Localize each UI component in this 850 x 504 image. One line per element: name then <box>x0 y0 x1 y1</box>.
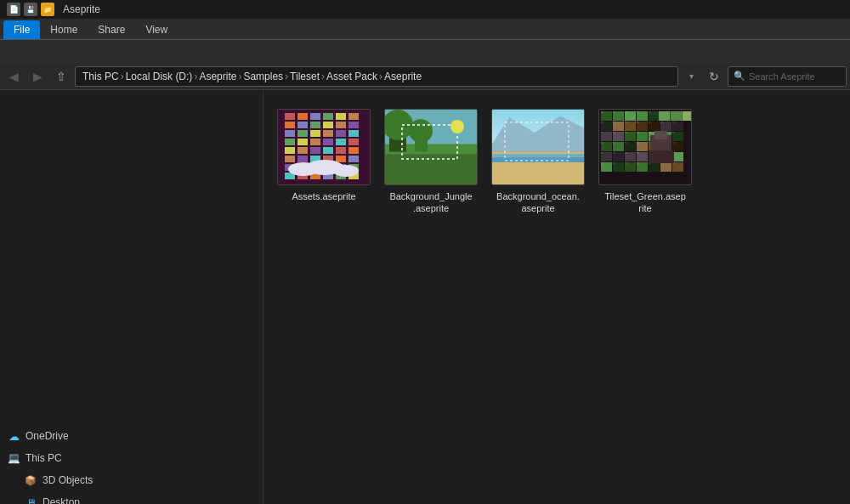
path-aseprite2[interactable]: Aseprite <box>384 71 422 82</box>
tab-home[interactable]: Home <box>40 20 88 39</box>
file-item-assets[interactable]: Assets.aseprite <box>277 104 371 220</box>
filename-ocean: Background_ocean.aseprite <box>496 190 580 215</box>
thumbnail-ocean <box>491 109 585 185</box>
sidebar: ☁ OneDrive 💻 This PC 📦 3D Objects 🖥 Desk… <box>0 90 264 504</box>
main-layout: ☁ OneDrive 💻 This PC 📦 3D Objects 🖥 Desk… <box>0 90 850 504</box>
file-icon: 📄 <box>7 3 20 16</box>
desktop-icon: 🖥 <box>24 496 37 504</box>
onedrive-label: OneDrive <box>26 430 69 442</box>
forward-button[interactable]: ▶ <box>27 66 48 87</box>
up-button[interactable]: ⇧ <box>51 66 71 87</box>
tab-view[interactable]: View <box>135 20 178 39</box>
canvas-assets <box>278 110 371 185</box>
path-localdisk[interactable]: Local Disk (D:) <box>126 71 193 82</box>
filename-tileset: Tileset_Green.aseprite <box>604 190 687 215</box>
save-icon: 💾 <box>24 3 37 16</box>
address-path[interactable]: This PC › Local Disk (D:) › Aseprite › S… <box>75 66 678 87</box>
thispc-label: This PC <box>26 452 62 464</box>
ribbon-commands <box>0 39 850 63</box>
file-item-tileset[interactable]: Tileset_Green.aseprite <box>598 104 692 220</box>
file-item-jungle[interactable]: Background_Jungle.aseprite <box>384 104 478 220</box>
tab-share[interactable]: Share <box>88 20 135 39</box>
folder-icon: 📁 <box>41 3 54 16</box>
filename-jungle: Background_Jungle.aseprite <box>389 190 473 215</box>
path-samples[interactable]: Samples <box>243 71 283 82</box>
ribbon-tabs: File Home Share View <box>0 19 850 39</box>
file-grid: Assets.aseprite Background_Jungle.asepri… <box>277 104 836 220</box>
canvas-ocean <box>492 110 585 185</box>
sidebar-item-3dobjects[interactable]: 📦 3D Objects <box>0 469 263 491</box>
search-placeholder: Search Aseprite <box>749 71 815 82</box>
3dobjects-label: 3D Objects <box>42 474 93 486</box>
ribbon: File Home Share View <box>0 19 850 63</box>
filename-assets: Assets.aseprite <box>292 190 355 202</box>
tab-file[interactable]: File <box>3 20 40 39</box>
desktop-label: Desktop <box>42 496 80 504</box>
canvas-tileset <box>599 110 692 185</box>
sidebar-item-desktop[interactable]: 🖥 Desktop <box>0 491 263 504</box>
path-tileset[interactable]: Tileset <box>290 71 320 82</box>
path-assetpack[interactable]: Asset Pack <box>326 71 377 82</box>
onedrive-icon: ☁ <box>7 429 20 443</box>
content-area: Assets.aseprite Background_Jungle.asepri… <box>264 90 850 504</box>
title-bar: 📄 💾 📁 Aseprite <box>0 0 850 19</box>
sidebar-spacer <box>0 93 263 425</box>
thumbnail-jungle <box>384 109 478 185</box>
thumbnail-tileset <box>598 109 692 185</box>
title-icons: 📄 💾 📁 <box>7 3 54 16</box>
refresh-button[interactable]: ↻ <box>704 66 724 87</box>
window-title: Aseprite <box>63 3 100 15</box>
address-bar: ◀ ▶ ⇧ This PC › Local Disk (D:) › Asepri… <box>0 63 850 90</box>
thispc-icon: 💻 <box>7 451 20 465</box>
sidebar-item-thispc[interactable]: 💻 This PC <box>0 447 263 469</box>
search-icon: 🔍 <box>734 71 745 82</box>
file-item-ocean[interactable]: Background_ocean.aseprite <box>491 104 585 220</box>
path-thispc[interactable]: This PC <box>82 71 119 82</box>
thumbnail-assets <box>277 109 371 185</box>
sidebar-item-onedrive[interactable]: ☁ OneDrive <box>0 425 263 447</box>
search-box[interactable]: 🔍 Search Aseprite <box>728 66 847 87</box>
back-button[interactable]: ◀ <box>3 66 24 87</box>
dropdown-button[interactable]: ▾ <box>682 66 700 87</box>
path-aseprite1[interactable]: Aseprite <box>199 71 236 82</box>
3dobjects-icon: 📦 <box>24 473 37 487</box>
canvas-jungle <box>385 110 478 185</box>
